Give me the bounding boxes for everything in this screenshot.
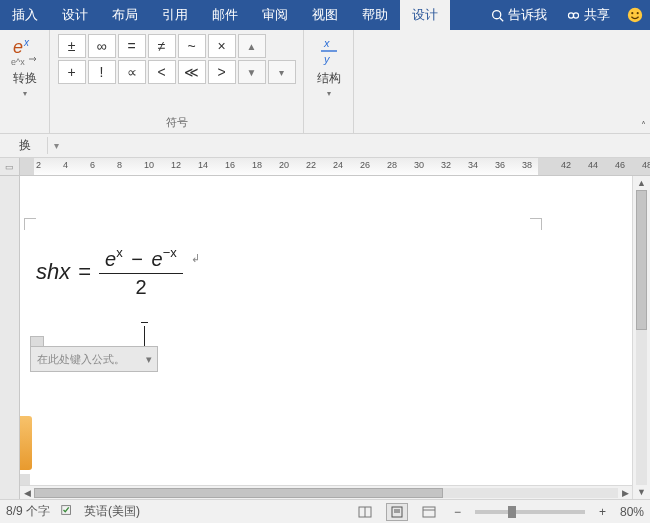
hscroll-right[interactable]: ▶ [618,488,632,498]
view-web-layout[interactable] [418,503,440,521]
group-structures: x y 结构 ▾ [304,30,354,133]
equation-handle[interactable] [30,336,44,346]
sym-equals[interactable]: = [118,34,146,58]
sym-not-equal[interactable]: ≠ [148,34,176,58]
group-convert-label [6,128,43,131]
ruler-tick: 32 [441,160,451,170]
sym-factorial[interactable]: ! [88,60,116,84]
titlebar: 插入 设计 布局 引用 邮件 审阅 视图 帮助 设计 告诉我 共享 [0,0,650,30]
vertical-ruler[interactable] [0,176,20,499]
tab-review[interactable]: 审阅 [250,0,300,30]
share-button[interactable]: 共享 [557,6,620,24]
gallery-scroll-down[interactable]: ▼ [238,60,266,84]
zoom-in-button[interactable]: + [595,505,610,519]
eq-e2: e [152,248,163,270]
group-symbols-label: 符号 [56,113,297,131]
equation-numerator: ex − e−x [99,246,183,273]
ribbon: e x e^x 转换 ▾ ± ∞ = ≠ ~ × ▲ + ! ∝ < ≪ [0,30,650,134]
ruler-tick: 6 [90,160,95,170]
tab-mailings[interactable]: 邮件 [200,0,250,30]
convert-label: 转换 [13,70,37,87]
ruler-tick: 22 [306,160,316,170]
ruler-left-margin [20,158,34,175]
hscroll-track[interactable] [34,488,618,498]
document-area: shx = ex − e−x 2 ↲ 在此处键入公式。 ▾ [0,176,650,499]
scroll-thumb[interactable] [636,190,647,330]
feedback-smiley-icon[interactable] [620,6,650,24]
horizontal-scrollbar[interactable]: ◀ ▶ [20,485,632,499]
equation-options-dropdown[interactable]: ▾ [143,353,155,366]
view-print-layout[interactable] [386,503,408,521]
gallery-scroll-up[interactable]: ▲ [238,34,266,58]
ruler-tick: 26 [360,160,370,170]
tab-insert[interactable]: 插入 [0,0,50,30]
equation-placeholder-box[interactable]: 在此处键入公式。 ▾ [30,336,158,372]
ruler-tick: 30 [414,160,424,170]
convert-button[interactable]: e x e^x 转换 ▾ [8,34,42,98]
hscroll-left[interactable]: ◀ [20,488,34,498]
gallery-more[interactable]: ▾ [268,60,296,84]
zoom-level[interactable]: 80% [620,505,644,519]
sym-much-less[interactable]: ≪ [178,60,206,84]
tab-design[interactable]: 设计 [50,0,100,30]
sym-plus[interactable]: + [58,60,86,84]
scroll-up-button[interactable]: ▲ [633,176,650,190]
equation-display[interactable]: shx = ex − e−x 2 ↲ [36,246,200,299]
share-icon [567,9,580,22]
svg-text:x: x [323,37,330,49]
ruler-tick: 24 [333,160,343,170]
sym-tilde[interactable]: ~ [178,34,206,58]
fraction-icon: x y [312,34,346,68]
proofing-icon[interactable] [60,503,74,520]
zoom-out-button[interactable]: − [450,505,465,519]
scroll-down-button[interactable]: ▼ [633,485,650,499]
vertical-scrollbar[interactable]: ▲ ▼ [632,176,650,499]
zoom-slider[interactable] [475,510,585,514]
group-convert: e x e^x 转换 ▾ [0,30,50,133]
svg-text:y: y [323,53,331,65]
svg-rect-19 [423,507,435,517]
ruler-tick: 42 [561,160,571,170]
equation-placeholder-body[interactable]: 在此处键入公式。 ▾ [30,346,158,372]
sym-times[interactable]: × [208,34,236,58]
hscroll-thumb[interactable] [34,488,443,498]
dialog-launcher-icon[interactable]: ▾ [50,140,63,151]
tab-layout[interactable]: 布局 [100,0,150,30]
ruler-tick: 36 [495,160,505,170]
tab-view[interactable]: 视图 [300,0,350,30]
ruler-tick: 38 [522,160,532,170]
ruler-tick: 28 [387,160,397,170]
group-structures-label [310,128,347,131]
zoom-slider-knob[interactable] [508,506,516,518]
dropdown-caret-icon: ▾ [327,89,331,98]
sym-proportional[interactable]: ∝ [118,60,146,84]
collapse-ribbon-button[interactable]: ˄ [641,120,646,131]
ruler-tick: 20 [279,160,289,170]
tab-help[interactable]: 帮助 [350,0,400,30]
sym-greater-than[interactable]: > [208,60,236,84]
svg-text:x: x [23,37,30,48]
tell-me-search[interactable]: 告诉我 [481,6,557,24]
dropdown-caret-icon: ▾ [23,89,27,98]
ruler-tick: 4 [63,160,68,170]
ruler-corner[interactable]: ▭ [0,158,20,175]
tab-references[interactable]: 引用 [150,0,200,30]
status-language[interactable]: 英语(美国) [84,503,140,520]
ruler-tick: 8 [117,160,122,170]
structures-button[interactable]: x y 结构 ▾ [312,34,346,98]
horizontal-ruler[interactable]: 2468101214161820222426283032343638424446… [20,158,650,175]
search-icon [491,9,504,22]
sym-plus-minus[interactable]: ± [58,34,86,58]
side-widget-orange[interactable] [20,416,32,470]
sym-infinity[interactable]: ∞ [88,34,116,58]
ruler-tick: 18 [252,160,262,170]
sym-less-than[interactable]: < [148,60,176,84]
status-word-count[interactable]: 8/9 个字 [6,503,50,520]
ruler-tick: 46 [615,160,625,170]
view-read-mode[interactable] [354,503,376,521]
page[interactable]: shx = ex − e−x 2 ↲ 在此处键入公式。 ▾ [20,176,632,499]
equation-equals: = [78,259,91,285]
tab-equation-design[interactable]: 设计 [400,0,450,30]
eq-e1: e [105,248,116,270]
horizontal-ruler-row: ▭ 24681012141618202224262830323436384244… [0,158,650,176]
